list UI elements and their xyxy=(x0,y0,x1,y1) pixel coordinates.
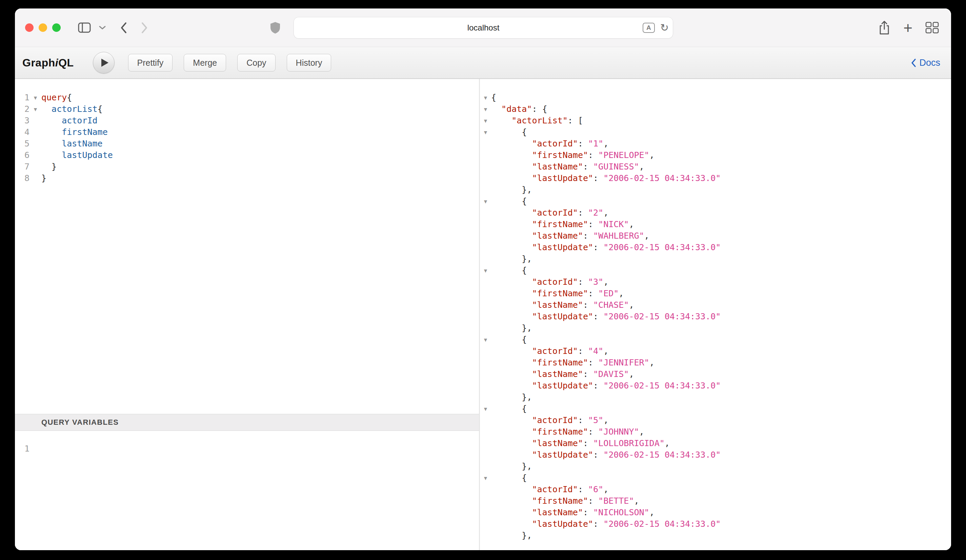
fold-arrow-icon[interactable]: ▾ xyxy=(480,334,491,345)
fold-arrow-icon[interactable]: ▾ xyxy=(480,126,491,138)
play-icon xyxy=(101,59,108,67)
fold-arrow-icon xyxy=(30,172,41,184)
result-line: ▾ { xyxy=(480,472,951,484)
sidebar-dropdown-chevron-icon[interactable] xyxy=(99,25,106,30)
result-line: }, xyxy=(480,530,951,541)
fold-arrow-icon xyxy=(480,530,491,541)
result-line: "actorId": "3", xyxy=(480,276,951,288)
fold-arrow-icon xyxy=(480,357,491,368)
fold-arrow-icon xyxy=(30,443,41,455)
code-text: firstName xyxy=(41,126,108,138)
fold-arrow-icon[interactable]: ▾ xyxy=(30,103,41,115)
fold-arrow-icon xyxy=(480,149,491,161)
tab-overview-icon[interactable] xyxy=(925,22,939,34)
sidebar-toggle-icon[interactable] xyxy=(78,22,91,33)
fold-arrow-icon xyxy=(480,242,491,253)
close-window-button[interactable] xyxy=(25,23,34,32)
privacy-shield-icon[interactable] xyxy=(270,8,281,47)
query-variables-header[interactable]: QUERY VARIABLES xyxy=(15,414,479,431)
result-line: "lastName": "DAVIS", xyxy=(480,368,951,380)
code-text: "actorId": "1", xyxy=(491,138,608,149)
variables-line: 1 xyxy=(15,443,479,455)
line-number: 8 xyxy=(15,172,30,184)
code-text: "firstName": "JENNIFER", xyxy=(491,357,654,368)
result-line: "lastName": "CHASE", xyxy=(480,299,951,311)
fold-arrow-icon[interactable]: ▾ xyxy=(480,403,491,415)
code-text: }, xyxy=(491,253,532,265)
fold-arrow-icon xyxy=(30,138,41,149)
code-text: }, xyxy=(491,391,532,403)
fold-arrow-icon xyxy=(480,288,491,299)
fold-arrow-icon xyxy=(480,172,491,184)
code-text: "lastName": "LOLLOBRIGIDA", xyxy=(491,438,670,449)
address-bar[interactable]: localhost A ↻ xyxy=(294,17,673,38)
line-number: 1 xyxy=(15,443,30,455)
fold-arrow-icon[interactable]: ▾ xyxy=(480,115,491,126)
result-line: "lastUpdate": "2006-02-15 04:34:33.0" xyxy=(480,380,951,391)
merge-button[interactable]: Merge xyxy=(184,54,226,72)
code-text: actorId xyxy=(41,115,98,126)
toolbar-buttons: Prettify Merge Copy History xyxy=(128,54,332,72)
copy-button[interactable]: Copy xyxy=(237,54,275,72)
code-text: "actorId": "3", xyxy=(491,276,608,288)
code-text: { xyxy=(491,403,527,415)
result-line: "actorId": "5", xyxy=(480,415,951,426)
fold-arrow-icon[interactable]: ▾ xyxy=(480,472,491,484)
fold-arrow-icon[interactable]: ▾ xyxy=(30,92,41,103)
fold-arrow-icon xyxy=(480,311,491,322)
result-line: "actorId": "1", xyxy=(480,138,951,149)
result-line: "lastUpdate": "2006-02-15 04:34:33.0" xyxy=(480,172,951,184)
fold-arrow-icon xyxy=(480,276,491,288)
fold-arrow-icon xyxy=(480,449,491,461)
code-text: }, xyxy=(491,530,532,541)
code-text: "actorId": "2", xyxy=(491,207,608,218)
line-number: 4 xyxy=(15,126,30,138)
code-text: { xyxy=(491,265,527,276)
translate-icon[interactable]: A xyxy=(642,23,655,33)
share-icon[interactable] xyxy=(878,20,890,35)
fold-arrow-icon xyxy=(480,253,491,265)
variables-editor[interactable]: 1 xyxy=(15,431,479,550)
code-text: "lastUpdate": "2006-02-15 04:34:33.0" xyxy=(491,311,721,322)
code-text: "lastUpdate": "2006-02-15 04:34:33.0" xyxy=(491,380,721,391)
zoom-window-button[interactable] xyxy=(52,23,61,32)
reload-icon[interactable]: ↻ xyxy=(660,23,669,33)
query-line: 2▾ actorList{ xyxy=(15,103,479,115)
back-icon[interactable] xyxy=(120,22,127,34)
code-text: "lastUpdate": "2006-02-15 04:34:33.0" xyxy=(491,449,721,461)
query-line: 7 } xyxy=(15,161,479,172)
code-text: } xyxy=(41,161,57,172)
result-line: }, xyxy=(480,184,951,195)
result-line: "lastUpdate": "2006-02-15 04:34:33.0" xyxy=(480,449,951,461)
fold-arrow-icon xyxy=(480,426,491,438)
fold-arrow-icon xyxy=(480,218,491,230)
query-line: 4 firstName xyxy=(15,126,479,138)
forward-icon[interactable] xyxy=(141,22,148,34)
fold-arrow-icon[interactable]: ▾ xyxy=(480,92,491,103)
result-line: "firstName": "PENELOPE", xyxy=(480,149,951,161)
fold-arrow-icon xyxy=(480,484,491,495)
window-actions: + xyxy=(878,8,939,47)
result-viewer[interactable]: ▾{▾ "data": {▾ "actorList": [▾ { "actorI… xyxy=(480,79,951,550)
fold-arrow-icon[interactable]: ▾ xyxy=(480,265,491,276)
new-tab-icon[interactable]: + xyxy=(903,20,912,36)
fold-arrow-icon xyxy=(480,495,491,507)
code-text: { xyxy=(491,195,527,207)
result-line: }, xyxy=(480,253,951,265)
query-variables-title: QUERY VARIABLES xyxy=(41,418,118,427)
minimize-window-button[interactable] xyxy=(39,23,47,32)
result-line: "actorId": "6", xyxy=(480,484,951,495)
fold-arrow-icon[interactable]: ▾ xyxy=(480,103,491,115)
fold-arrow-icon xyxy=(480,230,491,242)
result-line: }, xyxy=(480,322,951,334)
history-button[interactable]: History xyxy=(287,54,332,72)
fold-arrow-icon[interactable]: ▾ xyxy=(480,195,491,207)
prettify-button[interactable]: Prettify xyxy=(128,54,173,72)
graphiql-logo: GraphiQL xyxy=(22,57,74,69)
code-text: "lastUpdate": "2006-02-15 04:34:33.0" xyxy=(491,172,721,184)
docs-chevron-icon xyxy=(911,58,916,67)
result-line: ▾ { xyxy=(480,195,951,207)
query-editor[interactable]: 1▾query{2▾ actorList{3 actorId4 firstNam… xyxy=(15,79,479,414)
execute-button[interactable] xyxy=(93,52,115,74)
docs-link[interactable]: Docs xyxy=(911,47,940,78)
